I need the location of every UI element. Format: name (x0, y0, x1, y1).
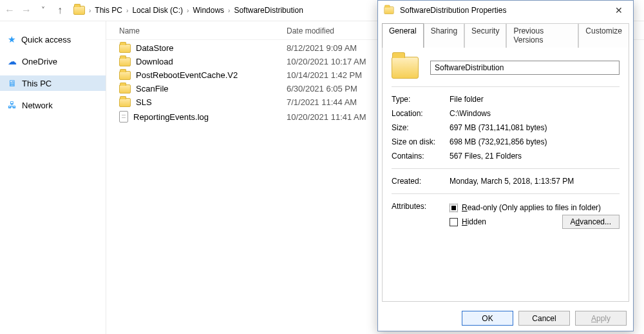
file-icon (119, 111, 128, 123)
label-attributes: Attributes: (392, 202, 450, 211)
label-size-on-disk: Size on disk: (392, 137, 450, 146)
label-type: Type: (392, 95, 450, 104)
chevron-right-icon[interactable]: › (89, 7, 91, 14)
sidebar-item-label: Network (22, 101, 53, 110)
chevron-right-icon[interactable]: › (187, 7, 189, 14)
value-contains: 567 Files, 21 Folders (450, 152, 620, 161)
cloud-icon: ☁ (8, 56, 17, 66)
sidebar-item-network[interactable]: 🖧 Network (0, 97, 106, 113)
breadcrumb-item[interactable]: Local Disk (C:) (132, 6, 183, 15)
star-icon: ★ (8, 34, 16, 44)
value-type: File folder (450, 95, 620, 104)
label-size: Size: (392, 123, 450, 132)
nav-pane: ★ Quick access ☁ OneDrive 🖥 This PC 🖧 Ne… (0, 21, 106, 334)
tab-security[interactable]: Security (464, 23, 506, 48)
sidebar-item-onedrive[interactable]: ☁ OneDrive (0, 54, 106, 69)
file-name: PostRebootEventCache.V2 (136, 70, 238, 80)
ok-button[interactable]: OK (462, 311, 513, 326)
checkbox-indeterminate-icon[interactable] (450, 204, 458, 212)
dialog-tabs: General Sharing Security Previous Versio… (378, 20, 633, 47)
label-created: Created: (392, 177, 450, 186)
folder-icon (119, 44, 131, 53)
nav-back-icon[interactable]: ← (4, 5, 15, 16)
breadcrumb-item[interactable]: Windows (193, 6, 224, 15)
dialog-titlebar[interactable]: SoftwareDistribution Properties ✕ (378, 1, 633, 20)
monitor-icon: 🖥 (8, 78, 17, 88)
sidebar-item-label: This PC (22, 79, 52, 88)
file-name: DataStore (136, 43, 174, 53)
folder-name-input[interactable] (430, 61, 620, 75)
value-size: 697 MB (731,141,081 bytes) (450, 123, 620, 132)
folder-icon (119, 71, 131, 80)
value-location: C:\Windows (450, 109, 620, 118)
readonly-checkbox-row[interactable]: Read-only (Only applies to files in fold… (450, 202, 620, 213)
nav-recent-icon[interactable]: 󠀠˅ (37, 6, 49, 15)
properties-dialog: SoftwareDistribution Properties ✕ Genera… (377, 0, 634, 331)
hidden-checkbox-row[interactable]: Hidden Advanced... (450, 213, 620, 230)
network-icon: 🖧 (8, 100, 17, 110)
advanced-button[interactable]: Advanced... (562, 215, 620, 229)
label-contains: Contains: (392, 152, 450, 161)
breadcrumb[interactable]: › This PC › Local Disk (C:) › Windows › … (73, 6, 303, 15)
folder-icon (119, 98, 131, 107)
sidebar-item-label: OneDrive (22, 57, 57, 66)
sidebar-item-quick-access[interactable]: ★ Quick access (0, 32, 106, 47)
hidden-label: Hidden (462, 217, 486, 226)
readonly-label: Read-only (Only applies to files in fold… (462, 203, 601, 212)
value-size-on-disk: 698 MB (732,921,856 bytes) (450, 137, 620, 146)
file-name: SLS (136, 97, 152, 107)
close-icon[interactable]: ✕ (610, 5, 628, 15)
dialog-title: SoftwareDistribution Properties (400, 6, 506, 15)
tab-general-body: Type:File folder Location:C:\Windows Siz… (382, 47, 629, 302)
sidebar-item-this-pc[interactable]: 🖥 This PC (0, 75, 106, 91)
column-name[interactable]: Name (119, 26, 287, 35)
tab-sharing[interactable]: Sharing (424, 23, 464, 48)
dialog-buttons: OK Cancel Apply (378, 306, 633, 331)
breadcrumb-item[interactable]: SoftwareDistribution (234, 6, 303, 15)
column-date[interactable]: Date modified (287, 26, 390, 35)
tab-customize[interactable]: Customize (578, 23, 629, 48)
tab-previous-versions[interactable]: Previous Versions (506, 23, 578, 48)
folder-icon (73, 6, 85, 15)
folder-icon (119, 57, 131, 66)
file-name: ScanFile (136, 84, 169, 93)
chevron-right-icon[interactable]: › (126, 7, 128, 14)
label-location: Location: (392, 109, 450, 118)
tab-general[interactable]: General (382, 23, 424, 48)
nav-forward-icon[interactable]: → (21, 5, 32, 16)
folder-icon (392, 57, 419, 79)
value-created: Monday, March 5, 2018, 1:13:57 PM (450, 177, 620, 186)
file-name: Download (136, 57, 173, 66)
folder-icon (119, 84, 131, 93)
sidebar-item-label: Quick access (21, 35, 71, 44)
file-name: ReportingEvents.log (133, 112, 209, 122)
checkbox-icon[interactable] (450, 218, 458, 226)
breadcrumb-item[interactable]: This PC (95, 6, 122, 15)
cancel-button[interactable]: Cancel (518, 311, 570, 326)
folder-icon (384, 6, 393, 14)
chevron-right-icon[interactable]: › (228, 7, 230, 14)
apply-button[interactable]: Apply (575, 311, 627, 326)
nav-up-icon[interactable]: ↑ (54, 5, 66, 16)
